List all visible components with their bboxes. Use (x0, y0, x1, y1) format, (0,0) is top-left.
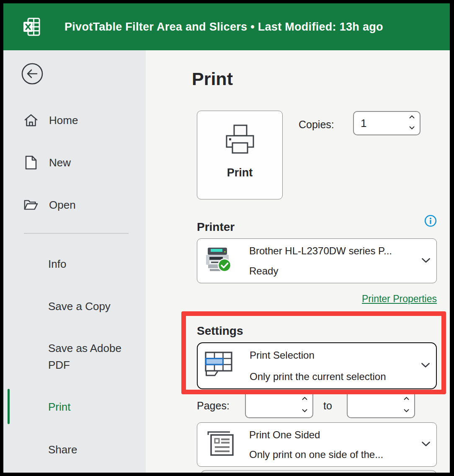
chevron-up-icon[interactable] (301, 396, 308, 402)
backstage-sidebar: Home New Open Info (3, 50, 146, 473)
duplex-subtitle: Only print on one side of the... (249, 449, 383, 460)
chevron-down-icon[interactable] (408, 126, 415, 132)
settings-heading: Settings (197, 324, 243, 338)
print-pane: Print Print Copies: (146, 50, 450, 473)
copies-stepper[interactable] (353, 111, 420, 135)
sidebar-item-info[interactable]: Info (3, 252, 146, 276)
excel-app-icon (23, 18, 40, 36)
app-window: PivotTable Filter Area and Slicers • Las… (3, 3, 450, 473)
sidebar-item-label: Home (49, 114, 78, 127)
print-what-title: Print Selection (250, 349, 315, 361)
pages-to-stepper[interactable] (347, 391, 415, 418)
titlebar: PivotTable Filter Area and Slicers • Las… (3, 3, 450, 50)
one-sided-page-icon (204, 430, 234, 459)
next-setting-dropdown-partial[interactable] (200, 470, 437, 473)
open-folder-icon (24, 199, 38, 211)
active-item-indicator (8, 389, 10, 424)
sidebar-item-print[interactable]: Print (3, 395, 146, 419)
page-title: Print (192, 69, 233, 89)
new-document-icon (24, 155, 38, 170)
sidebar-item-open[interactable]: Open (3, 193, 146, 217)
back-button[interactable] (21, 63, 43, 85)
pages-to-label: to (323, 400, 332, 412)
print-button[interactable]: Print (197, 111, 283, 199)
chevron-up-icon[interactable] (402, 396, 410, 402)
printer-select-dropdown[interactable]: Brother HL-L2370DW series P... Ready (197, 238, 437, 283)
print-selection-icon (204, 351, 235, 380)
sidebar-divider (24, 233, 129, 234)
pages-label: Pages: (197, 400, 230, 412)
chevron-up-icon[interactable] (408, 115, 415, 121)
sidebar-item-new[interactable]: New (3, 151, 146, 174)
sidebar-item-share[interactable]: Share (3, 438, 146, 461)
printer-outline-icon (224, 124, 255, 155)
chevron-down-icon[interactable] (402, 409, 410, 414)
home-icon (24, 114, 38, 127)
print-what-subtitle: Only print the current selection (250, 371, 386, 383)
sidebar-item-save-as-adobe-pdf[interactable]: Save as Adobe PDF (3, 340, 146, 380)
sidebar-item-label: Open (49, 199, 76, 212)
printer-name: Brother HL-L2370DW series P... (249, 245, 392, 257)
printer-heading: Printer (197, 220, 235, 234)
copies-label: Copies: (299, 119, 334, 131)
pages-from-stepper[interactable] (245, 391, 313, 418)
info-icon[interactable] (424, 215, 437, 227)
sidebar-item-save-a-copy[interactable]: Save a Copy (3, 295, 146, 318)
duplex-dropdown[interactable]: Print One Sided Only print on one side o… (197, 422, 437, 467)
duplex-title: Print One Sided (249, 429, 320, 441)
chevron-down-icon[interactable] (301, 409, 308, 414)
document-title: PivotTable Filter Area and Slicers • Las… (64, 21, 383, 34)
chevron-down-icon (421, 441, 431, 448)
printer-status: Ready (249, 265, 278, 277)
chevron-down-icon (421, 362, 430, 370)
sidebar-item-label: New (49, 156, 71, 169)
printer-device-icon (204, 246, 233, 276)
print-what-dropdown[interactable]: Print Selection Only print the current s… (197, 342, 437, 389)
chevron-down-icon (421, 257, 431, 265)
print-button-label: Print (227, 166, 253, 179)
sidebar-item-home[interactable]: Home (3, 109, 146, 132)
printer-properties-link[interactable]: Printer Properties (197, 293, 437, 305)
